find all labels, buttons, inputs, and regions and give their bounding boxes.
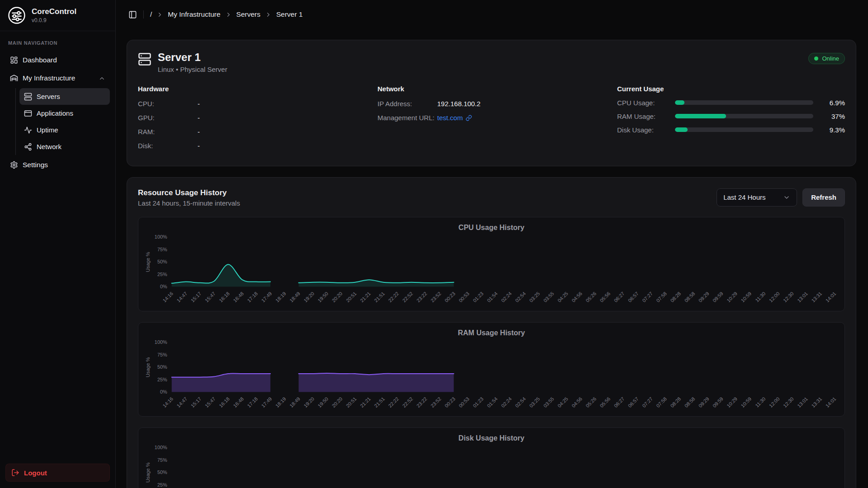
svg-text:12:00: 12:00 (768, 396, 781, 409)
hardware-row-disk: Disk: - (138, 141, 366, 151)
sidebar-item-applications[interactable]: Applications (19, 105, 110, 122)
svg-text:100%: 100% (155, 445, 167, 450)
online-dot-icon (814, 56, 818, 61)
svg-text:01:54: 01:54 (486, 396, 499, 409)
infrastructure-icon (10, 74, 18, 82)
network-row-management-url: Management URL: test.com (377, 113, 605, 123)
svg-text:05:56: 05:56 (599, 291, 611, 303)
time-range-select[interactable]: Last 24 Hours (717, 188, 797, 206)
svg-text:25%: 25% (157, 271, 167, 277)
nav-label: Servers (37, 93, 60, 100)
sidebar-nav: MAIN NAVIGATION Dashboard My Infrastruct… (0, 31, 115, 457)
breadcrumb-servers[interactable]: Servers (236, 10, 260, 19)
disk-usage-history-chart: 0%25%50%75%100%Usage %14:1614:4715:1715:… (142, 444, 841, 488)
nav-label: Dashboard (23, 56, 57, 64)
app-name: CoreControl (32, 7, 76, 16)
breadcrumb: / My Infrastructure Servers Server 1 (150, 10, 303, 19)
svg-text:Usage %: Usage % (145, 252, 151, 272)
svg-text:13:31: 13:31 (810, 291, 823, 303)
sidebar-item-settings[interactable]: Settings (5, 156, 110, 174)
svg-text:100%: 100% (155, 234, 167, 239)
svg-text:17:18: 17:18 (246, 291, 259, 303)
svg-text:75%: 75% (157, 247, 167, 252)
nav-section-label: MAIN NAVIGATION (5, 40, 110, 46)
network-heading: Network (377, 85, 605, 93)
svg-text:50%: 50% (157, 364, 167, 370)
cpu-usage-row: CPU Usage: 6.9% (617, 99, 845, 107)
history-subtitle: Last 24 hours, 15-minute intervals (138, 199, 240, 207)
hardware-heading: Hardware (138, 85, 366, 93)
logout-button[interactable]: Logout (5, 464, 110, 482)
sidebar-item-dashboard[interactable]: Dashboard (5, 51, 110, 69)
svg-text:19:20: 19:20 (302, 396, 315, 409)
disk-usage-progressbar (675, 127, 813, 132)
server-subtitle: Linux • Physical Server (158, 66, 227, 73)
svg-text:23:52: 23:52 (429, 396, 442, 409)
gear-icon (10, 161, 18, 169)
sidebar-item-my-infrastructure[interactable]: My Infrastructure (5, 69, 110, 87)
sidebar-item-uptime[interactable]: Uptime (19, 122, 110, 138)
svg-text:23:52: 23:52 (429, 291, 442, 303)
svg-text:18:49: 18:49 (288, 291, 301, 303)
svg-text:12:30: 12:30 (782, 291, 795, 303)
sidebar-toggle-button[interactable] (128, 10, 137, 19)
svg-text:22:22: 22:22 (387, 291, 400, 303)
sidebar-header: CoreControl v0.0.9 (0, 0, 115, 31)
sidebar-item-network[interactable]: Network (19, 138, 110, 155)
svg-text:03:55: 03:55 (542, 291, 555, 303)
sidebar: CoreControl v0.0.9 MAIN NAVIGATION Dashb… (0, 0, 116, 488)
svg-text:50%: 50% (157, 259, 167, 264)
svg-text:18:19: 18:19 (274, 291, 287, 303)
refresh-button[interactable]: Refresh (802, 188, 845, 206)
svg-text:16:18: 16:18 (218, 291, 231, 303)
svg-text:14:47: 14:47 (176, 396, 189, 409)
svg-text:17:49: 17:49 (260, 291, 273, 303)
svg-text:14:47: 14:47 (176, 291, 189, 303)
svg-text:22:22: 22:22 (387, 396, 400, 409)
svg-text:13:01: 13:01 (796, 396, 809, 409)
time-range-value: Last 24 Hours (723, 193, 765, 201)
hardware-column: Hardware CPU: - GPU: - RAM: - (138, 85, 366, 155)
svg-text:14:16: 14:16 (161, 291, 174, 303)
app-window-icon (24, 109, 32, 117)
app-root: CoreControl v0.0.9 MAIN NAVIGATION Dashb… (0, 0, 868, 488)
chevron-right-icon (156, 11, 163, 18)
svg-text:16:48: 16:48 (232, 396, 245, 409)
sidebar-item-servers[interactable]: Servers (19, 88, 110, 105)
nav-label: My Infrastructure (23, 74, 75, 82)
dashboard-icon (10, 56, 18, 64)
svg-text:02:54: 02:54 (514, 291, 527, 303)
svg-text:04:56: 04:56 (571, 396, 583, 409)
svg-text:14:01: 14:01 (825, 291, 837, 303)
hardware-row-cpu: CPU: - (138, 99, 366, 109)
svg-text:16:18: 16:18 (218, 396, 231, 409)
svg-text:12:00: 12:00 (768, 291, 781, 303)
svg-text:13:01: 13:01 (796, 291, 809, 303)
current-usage-heading: Current Usage (617, 85, 845, 93)
svg-text:19:50: 19:50 (316, 396, 329, 409)
svg-text:15:47: 15:47 (204, 291, 217, 303)
svg-text:10:29: 10:29 (726, 291, 738, 303)
svg-text:12:30: 12:30 (782, 396, 795, 409)
ram-chart-title: RAM Usage History (142, 327, 841, 339)
svg-text:01:54: 01:54 (486, 291, 499, 303)
current-usage-column: Current Usage CPU Usage: 6.9% RAM Usage: (617, 85, 845, 155)
nav-label: Uptime (37, 126, 58, 134)
svg-text:09:29: 09:29 (698, 291, 710, 303)
breadcrumb-my-infrastructure[interactable]: My Infrastructure (168, 10, 220, 19)
svg-text:22:52: 22:52 (401, 396, 414, 409)
breadcrumb-root[interactable]: / (150, 10, 152, 19)
nav-label: Settings (23, 161, 48, 169)
svg-text:17:49: 17:49 (260, 396, 273, 409)
svg-text:07:27: 07:27 (641, 291, 654, 303)
svg-text:00:23: 00:23 (443, 396, 456, 409)
svg-text:18:49: 18:49 (288, 396, 301, 409)
svg-text:10:29: 10:29 (726, 396, 738, 409)
svg-text:20:20: 20:20 (331, 291, 344, 303)
main-scroll-area[interactable]: Server 1 Linux • Physical Server Online (116, 29, 868, 488)
server-overview-card: Server 1 Linux • Physical Server Online (127, 40, 856, 166)
svg-text:Usage %: Usage % (145, 463, 151, 483)
history-title: Resource Usage History (138, 188, 240, 197)
svg-text:21:21: 21:21 (359, 396, 372, 409)
management-url-link[interactable]: test.com (437, 114, 472, 122)
